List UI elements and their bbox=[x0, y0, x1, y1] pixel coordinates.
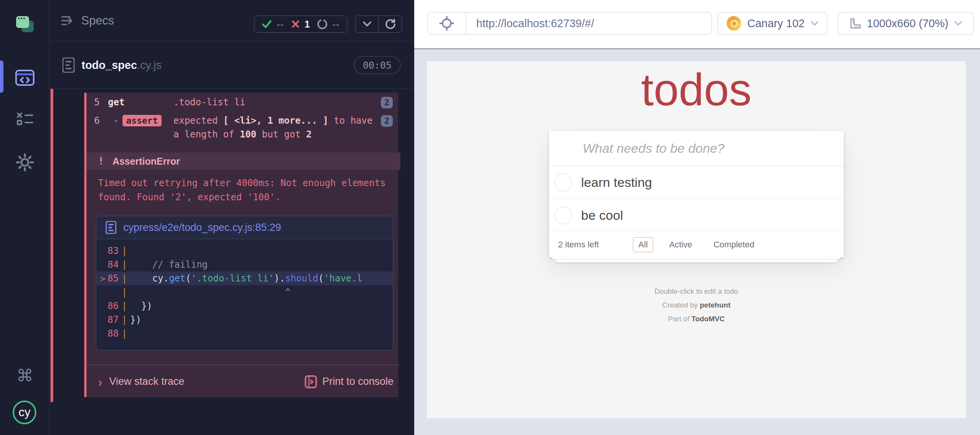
code-text: }) bbox=[130, 314, 141, 325]
keyboard-shortcuts-button[interactable]: ⌘ bbox=[0, 361, 50, 390]
gutter-pipe: | bbox=[119, 259, 130, 270]
test-stats: -- 1 -- bbox=[254, 15, 348, 33]
todo-toggle-checkbox[interactable] bbox=[554, 173, 572, 191]
filter-all[interactable]: All bbox=[633, 237, 653, 252]
sidebar-item-runs[interactable] bbox=[0, 100, 50, 137]
cypress-logo-button[interactable]: cy bbox=[13, 401, 36, 424]
new-todo-placeholder: What needs to be done? bbox=[583, 141, 725, 156]
command-number: 6 bbox=[87, 114, 108, 128]
filter-active[interactable]: Active bbox=[663, 237, 698, 252]
failed-count: 1 bbox=[305, 19, 310, 30]
terminal-icon bbox=[305, 375, 317, 388]
collapse-tests-button[interactable] bbox=[356, 16, 378, 32]
gutter-pipe: | bbox=[119, 287, 130, 298]
error-bang-icon: ! bbox=[98, 155, 104, 167]
todo-toggle-checkbox[interactable] bbox=[554, 206, 572, 224]
failed-attempt-body: 5get.todo-list li26-assertexpected [ <li… bbox=[84, 93, 398, 397]
line-number: 84 bbox=[96, 259, 119, 270]
view-stack-trace-button[interactable]: › View stack trace bbox=[98, 365, 184, 398]
code-frame-lines: 83|84| // failing>85| cy.get('.todo-list… bbox=[96, 239, 393, 340]
command-row[interactable]: 5get.todo-list li2 bbox=[87, 93, 398, 111]
code-text: // failing bbox=[130, 259, 207, 270]
command-row[interactable]: 6-assertexpected [ <li>, 1 more... ] to … bbox=[87, 111, 398, 143]
code-line: 86| }) bbox=[96, 299, 393, 313]
todo-list: learn testingbe cool bbox=[549, 165, 844, 232]
specs-list-icon bbox=[61, 15, 75, 26]
card-stack-layer bbox=[555, 260, 838, 263]
passed-count: -- bbox=[277, 19, 284, 30]
url-bar[interactable]: http://localhost:62739/#/ bbox=[427, 12, 712, 35]
code-line: 88| bbox=[96, 327, 393, 340]
todo-app-title: todos bbox=[427, 64, 966, 116]
code-line: | ^ bbox=[96, 285, 393, 299]
reporter-header: Specs -- 1 -- bbox=[50, 0, 414, 41]
todo-item[interactable]: be cool bbox=[549, 199, 844, 232]
pending-count: -- bbox=[332, 19, 340, 30]
spec-file-icon bbox=[62, 57, 75, 73]
todo-filters: AllActiveCompleted bbox=[549, 237, 844, 252]
print-to-console-button[interactable]: Print to console bbox=[305, 365, 394, 398]
code-line: >85| cy.get('.todo-list li').should('hav… bbox=[96, 271, 393, 285]
code-text: }) bbox=[130, 301, 152, 311]
url-text[interactable]: http://localhost:62739/#/ bbox=[466, 17, 594, 30]
reporter-title: Specs bbox=[81, 14, 114, 28]
sidebar-item-settings[interactable] bbox=[0, 144, 50, 181]
line-number: 85 bbox=[96, 273, 119, 284]
gutter-pipe: | bbox=[119, 273, 130, 284]
card-stack-layer bbox=[552, 257, 841, 260]
browser-name: Canary 102 bbox=[747, 17, 805, 30]
run-controls bbox=[355, 15, 402, 33]
line-number: 86 bbox=[96, 301, 119, 311]
assert-badge: assert bbox=[122, 115, 161, 126]
chevron-right-icon: › bbox=[98, 375, 102, 388]
new-todo-input[interactable]: What needs to be done? bbox=[549, 131, 844, 165]
code-line: 87|}) bbox=[96, 313, 393, 327]
footer-line: Created by petehunt bbox=[427, 301, 966, 309]
gear-icon bbox=[15, 153, 34, 172]
filter-completed[interactable]: Completed bbox=[708, 237, 760, 252]
failed-icon bbox=[291, 20, 300, 28]
checklist-icon bbox=[16, 112, 34, 126]
command-message: .todo-list li bbox=[173, 95, 378, 109]
viewport-size-selector[interactable]: 1000x660 (70%) bbox=[838, 12, 974, 35]
viewport-size: 1000x660 (70%) bbox=[867, 17, 949, 30]
aut-viewport: todos What needs to be done? learn testi… bbox=[427, 61, 966, 418]
error-header[interactable]: ! AssertionError bbox=[87, 152, 400, 170]
browser-selector[interactable]: Canary 102 bbox=[717, 12, 828, 35]
line-number: 88 bbox=[96, 328, 119, 339]
selector-playground-button[interactable] bbox=[428, 13, 466, 34]
spec-extension: .cy.js bbox=[137, 59, 162, 71]
footer-line: Part of TodoMVC bbox=[427, 315, 966, 323]
code-text: cy.get('.todo-list li').should('have.l bbox=[130, 273, 363, 284]
command-icon: ⌘ bbox=[16, 366, 33, 385]
current-line-arrow: > bbox=[100, 274, 105, 283]
code-frame-header: cypress/e2e/todo_spec.cy.js:85:29 bbox=[96, 216, 393, 239]
passed-icon bbox=[262, 20, 272, 28]
browser-code-icon bbox=[15, 69, 35, 86]
browser-pane: http://localhost:62739/#/ Canary 102 10 bbox=[414, 0, 980, 435]
spec-name: todo_spec bbox=[82, 59, 137, 71]
rerun-tests-button[interactable] bbox=[378, 16, 402, 32]
error-type: AssertionError bbox=[113, 156, 180, 167]
reporter-panel: Specs -- 1 -- bbox=[50, 0, 414, 435]
command-number: 5 bbox=[87, 95, 108, 109]
command-count-badge: 2 bbox=[381, 115, 393, 127]
command-dash: - bbox=[113, 115, 119, 126]
command-log: 5get.todo-list li26-assertexpected [ <li… bbox=[87, 93, 398, 143]
sidebar-item-specs[interactable] bbox=[0, 59, 50, 96]
file-icon bbox=[106, 221, 116, 234]
gutter-pipe: | bbox=[119, 328, 130, 339]
ruler-icon bbox=[849, 18, 861, 29]
spec-row[interactable]: todo_spec.cy.js 00:05 bbox=[50, 41, 414, 89]
command-method: -assert bbox=[108, 114, 173, 128]
footer-line: Double-click to edit a todo bbox=[427, 287, 966, 296]
browser-header: http://localhost:62739/#/ Canary 102 10 bbox=[414, 0, 980, 49]
failed-test-indicator bbox=[51, 89, 53, 402]
gutter-pipe: | bbox=[119, 245, 130, 256]
todo-item[interactable]: learn testing bbox=[549, 166, 844, 199]
code-line: 83| bbox=[96, 244, 393, 258]
pending-icon bbox=[317, 19, 327, 29]
code-text: ^ bbox=[130, 287, 291, 298]
specs-menu-button[interactable]: Specs bbox=[61, 0, 114, 41]
code-frame-file-link[interactable]: cypress/e2e/todo_spec.cy.js:85:29 bbox=[123, 222, 281, 234]
